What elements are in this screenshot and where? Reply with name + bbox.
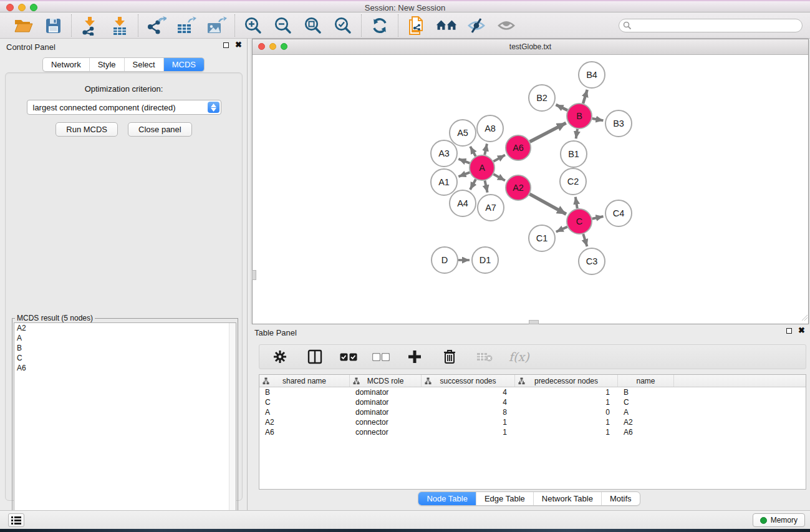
list-scrollbar[interactable] — [229, 323, 236, 525]
cell-predecessor-nodes[interactable]: 1 — [515, 397, 618, 407]
cell-MCDS-role[interactable]: dominator — [350, 407, 422, 417]
edge-C-C2[interactable] — [576, 197, 577, 209]
import-network-icon[interactable] — [79, 15, 100, 36]
zoom-out-icon[interactable] — [272, 15, 294, 36]
hide-selected-icon[interactable] — [466, 15, 487, 36]
cell-successor-nodes[interactable]: 4 — [422, 387, 515, 397]
network-canvas[interactable]: B4B2BB3A5A8A6A3B1AC2A1A2A4A7C4CC1C3DD1 — [253, 55, 808, 324]
column-header-MCDS-role[interactable]: MCDS role — [350, 375, 422, 387]
cell-successor-nodes[interactable]: 8 — [422, 407, 515, 417]
homes-icon[interactable] — [436, 15, 457, 36]
tab-network[interactable]: Network — [43, 58, 89, 71]
cell-successor-nodes[interactable]: 4 — [422, 397, 515, 407]
tab-edge-table[interactable]: Edge Table — [476, 492, 533, 505]
edge-B-B2[interactable] — [556, 105, 568, 110]
refresh-icon[interactable] — [369, 15, 390, 36]
export-table-icon[interactable] — [176, 15, 197, 36]
mcds-result-list[interactable]: A2ABCA6 — [14, 322, 236, 526]
edge-C-C3[interactable] — [583, 234, 587, 246]
gear-icon[interactable] — [269, 346, 291, 367]
cell-name[interactable]: B — [618, 387, 674, 397]
edge-A-A1[interactable] — [458, 172, 470, 177]
edge-A-A3[interactable] — [458, 159, 470, 163]
cell-predecessor-nodes[interactable]: 1 — [515, 427, 618, 437]
cell-predecessor-nodes[interactable]: 1 — [515, 417, 618, 427]
column-header-shared-name[interactable]: shared name — [259, 375, 350, 387]
cell-MCDS-role[interactable]: dominator — [350, 397, 422, 407]
cell-shared-name[interactable]: A2 — [259, 417, 350, 427]
edge-A-A4[interactable] — [470, 179, 476, 190]
mcds-result-item[interactable]: C — [14, 353, 236, 363]
cell-MCDS-role[interactable]: connector — [350, 427, 422, 437]
cell-name[interactable]: C — [618, 397, 674, 407]
cell-shared-name[interactable]: B — [259, 387, 350, 397]
tab-mcds[interactable]: MCDS — [163, 58, 204, 71]
resize-handle-icon[interactable] — [800, 312, 808, 323]
table-row[interactable]: Adominator80A — [259, 407, 806, 417]
cell-shared-name[interactable]: A — [259, 407, 350, 417]
mcds-result-item[interactable]: A — [14, 333, 236, 343]
cell-successor-nodes[interactable]: 1 — [422, 417, 515, 427]
add-column-icon[interactable] — [404, 346, 425, 367]
close-panel-icon[interactable]: ✖ — [235, 42, 242, 48]
run-mcds-button[interactable]: Run MCDS — [55, 122, 118, 137]
mcds-result-item[interactable]: A6 — [14, 363, 236, 373]
cell-name[interactable]: A6 — [618, 427, 674, 437]
float-panel-icon[interactable] — [223, 42, 229, 48]
tab-network-table[interactable]: Network Table — [533, 492, 601, 505]
column-header-predecessor-nodes[interactable]: predecessor nodes — [515, 375, 618, 387]
edge-A-A8[interactable] — [485, 143, 487, 155]
tab-select[interactable]: Select — [124, 58, 163, 71]
export-image-icon[interactable] — [206, 15, 227, 36]
table-row[interactable]: A2connector11A2 — [259, 417, 806, 427]
edge-C-C1[interactable] — [556, 227, 567, 232]
clone-network-icon[interactable] — [406, 15, 427, 36]
cell-name[interactable]: A — [618, 407, 674, 417]
edge-A-A6[interactable] — [493, 155, 505, 162]
mcds-result-item[interactable]: A2 — [14, 323, 236, 333]
edge-A-A7[interactable] — [485, 181, 487, 193]
import-table-icon[interactable] — [109, 15, 130, 36]
column-header-name[interactable]: name — [618, 375, 674, 387]
task-history-button[interactable] — [8, 513, 24, 527]
mcds-result-item[interactable]: B — [14, 343, 236, 353]
edge-A-A2[interactable] — [493, 174, 505, 180]
cell-shared-name[interactable]: C — [259, 397, 350, 407]
network-window-titlebar[interactable]: testGlobe.txt — [253, 39, 808, 55]
tab-style[interactable]: Style — [89, 58, 124, 71]
cell-predecessor-nodes[interactable]: 1 — [515, 387, 618, 397]
cell-name[interactable]: A2 — [618, 417, 674, 427]
search-input[interactable] — [619, 19, 803, 32]
edge-B-B3[interactable] — [592, 118, 604, 120]
export-network-icon[interactable] — [146, 15, 167, 36]
trash-icon[interactable] — [439, 346, 460, 367]
edge-A2-C[interactable] — [529, 194, 566, 214]
close-panel-button[interactable]: Close panel — [128, 122, 192, 137]
zoom-in-icon[interactable] — [243, 15, 264, 36]
left-splitter-grip[interactable] — [252, 270, 256, 280]
deselect-all-icon[interactable] — [372, 346, 390, 367]
node-table[interactable]: shared nameMCDS rolesuccessor nodesprede… — [259, 374, 806, 490]
cell-predecessor-nodes[interactable]: 0 — [515, 407, 618, 417]
save-session-icon[interactable] — [42, 15, 64, 36]
show-all-icon[interactable] — [496, 15, 517, 36]
zoom-fit-icon[interactable] — [302, 15, 324, 36]
edge-A6-B[interactable] — [530, 123, 566, 142]
memory-button[interactable]: Memory — [753, 513, 805, 527]
select-all-icon[interactable] — [339, 346, 358, 367]
edge-B-B4[interactable] — [583, 90, 587, 104]
cell-shared-name[interactable]: A6 — [259, 427, 350, 437]
cell-MCDS-role[interactable]: connector — [350, 417, 422, 427]
tab-node-table[interactable]: Node Table — [418, 492, 476, 505]
edge-C-C4[interactable] — [592, 216, 604, 219]
cell-successor-nodes[interactable]: 1 — [422, 427, 515, 437]
columns-icon[interactable] — [304, 346, 325, 367]
table-row[interactable]: A6connector11A6 — [259, 427, 806, 437]
zoom-selected-icon[interactable] — [332, 15, 354, 36]
close-table-panel-icon[interactable]: ✖ — [798, 327, 805, 334]
open-session-icon[interactable] — [12, 15, 34, 36]
table-row[interactable]: Bdominator41B — [259, 387, 806, 397]
criterion-select[interactable]: largest connected component (directed) — [27, 100, 221, 115]
tab-motifs[interactable]: Motifs — [601, 492, 640, 505]
float-table-panel-icon[interactable] — [786, 328, 792, 334]
